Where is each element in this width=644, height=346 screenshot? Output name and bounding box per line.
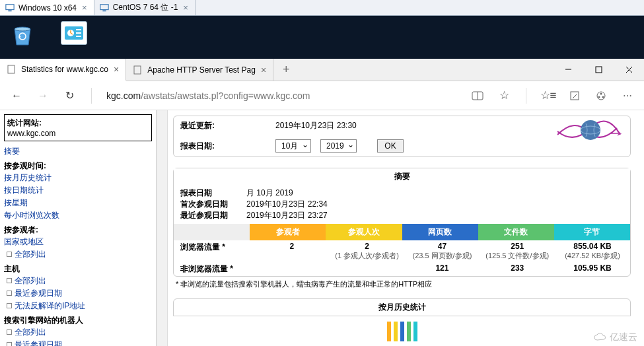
summary-panel: 摘要 报表日期月 10月 2019 首次参观日期2019年10月23日 22:3…	[173, 168, 631, 277]
close-icon[interactable]: ×	[114, 64, 119, 75]
new-tab-button[interactable]: +	[273, 63, 299, 77]
recycle-bin-icon	[9, 21, 36, 48]
address-bar: ← → ↻ kgc.com/awstats/awstats.pl?config=…	[0, 81, 644, 110]
summary-footnote: * 非浏览的流量包括搜索引擎机器人，蠕虫病毒产生的流量和非正常的HTTP相应	[173, 277, 631, 289]
sub-h: (125.5 文件数/参观)	[481, 251, 554, 261]
summary-header-row: 参观者 参观人次 网页数 文件数 字节	[174, 224, 630, 240]
svg-rect-13	[596, 67, 602, 73]
bar-k	[413, 322, 417, 341]
refresh-button[interactable]: ↻	[62, 88, 77, 103]
col-unique: 参观者	[250, 224, 326, 240]
last-update-label: 最近更新:	[180, 120, 266, 131]
window-controls	[553, 59, 644, 81]
forward-button[interactable]: →	[36, 88, 50, 103]
nav-country-full[interactable]: 全部列出	[4, 248, 152, 261]
val-h: 251	[511, 242, 524, 251]
site-label: 统计网站:	[7, 118, 149, 129]
svg-rect-8	[76, 32, 81, 34]
nav-host-header: 主机	[4, 263, 152, 275]
summary-title: 摘要	[174, 168, 630, 185]
vm-tab-windows[interactable]: Windows 10 x64 ×	[0, 0, 94, 15]
windows-desktop	[0, 16, 644, 59]
viewed-traffic-row: 浏览器流量 * 2 2(1 参观人次/参观者) 47(23.5 网页数/参观) …	[174, 240, 630, 262]
svg-rect-9	[76, 36, 81, 37]
watermark: 亿速云	[594, 331, 637, 343]
minimize-button[interactable]	[553, 59, 583, 81]
svg-point-4	[15, 27, 30, 31]
bar-u	[387, 322, 391, 341]
month-select[interactable]: 10月	[275, 139, 311, 153]
svg-point-20	[600, 92, 602, 94]
report-date-v: 月 10月 2019	[246, 188, 293, 199]
empty	[254, 262, 330, 276]
reading-view-icon[interactable]	[470, 88, 485, 103]
vm-tab-centos[interactable]: CentOS 7 64 位 -1 ×	[94, 0, 196, 15]
favorites-list-icon[interactable]: ☆≡	[541, 88, 555, 103]
not-viewed-traffic-row: 非浏览器流量 * 121 233 105.95 KB	[174, 262, 630, 276]
share-icon[interactable]	[594, 88, 608, 103]
site-box: 统计网站: www.kgc.com	[4, 114, 152, 141]
first-visit-v: 2019年10月23日 22:34	[246, 199, 328, 210]
monthly-bars	[173, 316, 631, 341]
nav-weekday[interactable]: 按星期	[4, 197, 152, 209]
favorite-icon[interactable]: ☆	[497, 88, 511, 103]
recycle-bin[interactable]	[7, 21, 38, 48]
nav-when-header: 按参观时间:	[4, 160, 152, 172]
report-date-l: 报表日期	[180, 188, 246, 199]
awstats-frame: 统计网站: www.kgc.com 摘要 按参观时间: 按月历史统计 按日期统计…	[0, 110, 644, 346]
tab-label: Apache HTTP Server Test Pag	[147, 65, 256, 75]
awstats-main: 最近更新: 2019年10月23日 23:30 报表日期: 10月 2019 O…	[168, 110, 644, 346]
val-k: 105.95 KB	[573, 263, 611, 273]
ok-button[interactable]: OK	[377, 139, 403, 153]
nav-host-unresolved[interactable]: 无法反解译的IP地址	[4, 300, 152, 312]
sub-k: (427.52 KB/参观)	[556, 251, 629, 261]
svg-rect-7	[76, 29, 81, 30]
monthly-history-title: 按月历史统计	[173, 298, 631, 316]
last-update-value: 2019年10月23日 23:30	[275, 120, 357, 131]
sub-v: (1 参观人次/参观者)	[331, 251, 404, 261]
sub-p: (23.5 网页数/参观)	[406, 251, 478, 261]
nav-daily[interactable]: 按日期统计	[4, 184, 152, 197]
control-panel-icon	[61, 21, 87, 45]
back-button[interactable]: ←	[9, 88, 24, 103]
year-select[interactable]: 2019	[320, 139, 357, 153]
val-p: 47	[438, 242, 447, 251]
divider	[526, 88, 526, 104]
nav-host-recent[interactable]: 最近参观日期	[4, 287, 152, 300]
close-icon[interactable]: ×	[261, 65, 266, 75]
maximize-button[interactable]	[583, 59, 614, 81]
close-icon[interactable]: ×	[182, 3, 190, 13]
nav-robots-header: 搜索引擎网站的机器人	[4, 315, 152, 326]
tab-label: Statistics for www.kgc.co	[21, 65, 108, 74]
monitor-icon	[5, 3, 15, 13]
val-u: 2	[289, 242, 294, 251]
nav-summary[interactable]: 摘要	[4, 145, 152, 158]
url-field[interactable]: kgc.com/awstats/awstats.pl?config=www.kg…	[106, 90, 458, 101]
svg-rect-3	[102, 10, 106, 11]
svg-point-22	[602, 96, 604, 98]
svg-rect-11	[134, 66, 141, 74]
nav-robots-recent[interactable]: 最近参观日期	[4, 339, 152, 346]
val-p: 121	[435, 263, 448, 273]
nav-country[interactable]: 国家或地区	[4, 236, 152, 248]
nav-robots-full[interactable]: 全部列出	[4, 326, 152, 339]
notes-icon[interactable]	[567, 88, 582, 103]
edge-browser: Statistics for www.kgc.co × Apache HTTP …	[0, 59, 644, 346]
close-icon[interactable]: ×	[81, 3, 89, 13]
browser-tab-apache[interactable]: Apache HTTP Server Test Pag ×	[126, 59, 273, 81]
col-hits: 文件数	[478, 224, 554, 240]
awstats-logo	[554, 112, 627, 151]
nav-monthly[interactable]: 按月历史统计	[4, 172, 152, 184]
sidebar-scrollbar[interactable]	[157, 110, 168, 346]
nav-hourly[interactable]: 每小时浏览次数	[4, 209, 152, 222]
browser-tab-awstats[interactable]: Statistics for www.kgc.co ×	[0, 59, 126, 81]
close-button[interactable]	[614, 59, 644, 81]
bar-h	[407, 322, 411, 341]
cloud-icon	[594, 333, 607, 342]
browser-tab-bar: Statistics for www.kgc.co × Apache HTTP …	[0, 59, 644, 81]
nav-host-full[interactable]: 全部列出	[4, 275, 152, 287]
more-icon[interactable]: ···	[620, 88, 635, 103]
control-panel[interactable]	[58, 21, 90, 45]
col-pages: 网页数	[402, 224, 478, 240]
svg-rect-0	[6, 4, 14, 9]
